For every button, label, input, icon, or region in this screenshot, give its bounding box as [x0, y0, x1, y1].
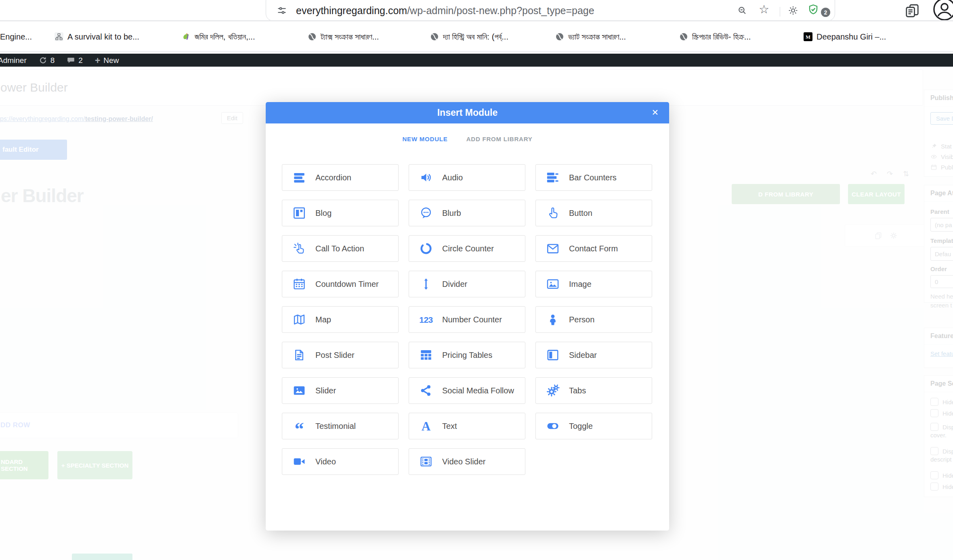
admin-bar-site[interactable]: Adminer	[0, 56, 27, 65]
bookmark-item[interactable]: দ্যা হিস্ট্রি অব মানি: (পর্ব্...	[430, 30, 508, 43]
medium-icon: M	[804, 32, 812, 41]
bookmark-item[interactable]: জমির দলিল, খতিয়ান,...	[182, 30, 255, 43]
module-label: Divider	[442, 280, 467, 289]
module-label: Accordion	[315, 173, 351, 182]
module-button-accordion[interactable]: Accordion	[282, 164, 399, 191]
button-icon	[546, 206, 560, 220]
module-button-toggle[interactable]: Toggle	[535, 413, 652, 439]
bookmark-label: Engine...	[0, 32, 32, 42]
screen: everythingregarding.com/wp-admin/post-ne…	[0, 0, 953, 560]
module-button-number-counter[interactable]: 123Number Counter	[409, 306, 525, 333]
module-label: Tabs	[569, 386, 586, 395]
module-button-image[interactable]: Image	[535, 271, 652, 297]
module-button-audio[interactable]: Audio	[409, 164, 525, 191]
module-label: Map	[315, 315, 331, 324]
module-grid: AccordionAudioBar CountersBlogBlurbButto…	[282, 164, 653, 475]
module-label: Bar Counters	[569, 173, 617, 182]
number-counter-icon: 123	[419, 313, 433, 326]
module-label: Person	[569, 315, 594, 324]
social-media-follow-icon	[419, 384, 433, 397]
blog-icon	[292, 206, 306, 220]
svg-text:M: M	[806, 34, 810, 40]
module-button-map[interactable]: Map	[282, 306, 399, 333]
wp-admin-bar: Adminer 8 2 + New	[0, 54, 953, 67]
modal-title: Insert Module	[437, 107, 498, 118]
module-button-social-media-follow[interactable]: Social Media Follow	[409, 377, 525, 404]
reading-list-icon[interactable]	[905, 3, 920, 19]
module-label: Countdown Timer	[315, 280, 379, 289]
bookmark-label: ট্যাক্স সংক্রান্ত সাধারণ...	[321, 32, 379, 42]
bookmark-item[interactable]: Engine...	[0, 30, 32, 43]
site-info-icon[interactable]	[277, 5, 287, 16]
admin-bar-comments[interactable]: 2	[67, 56, 83, 65]
module-button-post-slider[interactable]: Post Slider	[282, 342, 399, 368]
contact-form-icon	[546, 242, 560, 255]
bar-counters-icon	[546, 171, 560, 184]
module-button-tabs[interactable]: Tabs	[535, 377, 652, 404]
accordion-icon	[292, 171, 306, 184]
module-button-bar-counters[interactable]: Bar Counters	[535, 164, 652, 191]
address-bar[interactable]: everythingregarding.com/wp-admin/post-ne…	[266, 0, 835, 21]
module-button-divider[interactable]: Divider	[409, 271, 525, 297]
new-label: New	[103, 56, 119, 65]
urlbar-divider	[780, 7, 780, 17]
module-button-video[interactable]: Video	[282, 448, 399, 475]
bookmark-item[interactable]: ট্যাক্স সংক্রান্ত সাধারণ...	[308, 30, 379, 43]
module-button-contact-form[interactable]: Contact Form	[535, 235, 652, 262]
leaf-icon	[182, 32, 191, 41]
module-button-person[interactable]: Person	[535, 306, 652, 333]
bookmark-label: ভ্যাট সংক্রান্ত সাধারণ...	[568, 32, 626, 42]
module-button-text[interactable]: AText	[409, 413, 525, 439]
text-icon: A	[419, 419, 433, 433]
module-label: Toggle	[569, 422, 593, 431]
close-icon[interactable]: ✕	[651, 108, 659, 117]
module-label: Button	[569, 209, 592, 218]
post-slider-icon	[292, 348, 306, 362]
tab-new-module[interactable]: NEW MODULE	[402, 136, 447, 142]
bookmarks-bar: Engine...A survival kit to be...জমির দলি…	[0, 21, 953, 52]
module-button-blurb[interactable]: Blurb	[409, 200, 525, 226]
module-label: Pricing Tables	[442, 351, 492, 360]
module-button-testimonial[interactable]: “Testimonial	[282, 413, 399, 439]
bookmark-item[interactable]: MDeepanshu Giri –...	[804, 30, 886, 43]
countdown-timer-icon	[292, 277, 306, 291]
module-label: Call To Action	[315, 244, 364, 253]
module-button-countdown-timer[interactable]: Countdown Timer	[282, 271, 399, 297]
bookmark-item[interactable]: A survival kit to be...	[55, 30, 139, 43]
module-button-slider[interactable]: Slider	[282, 377, 399, 404]
brightness-icon[interactable]	[788, 5, 798, 16]
module-label: Contact Form	[569, 244, 618, 253]
video-slider-icon	[419, 455, 433, 468]
bookmark-item[interactable]: ভ্যাট সংক্রান্ত সাধারণ...	[555, 30, 626, 43]
zoom-out-icon[interactable]	[737, 5, 747, 16]
module-button-blog[interactable]: Blog	[282, 200, 399, 226]
module-label: Blog	[315, 209, 332, 218]
shield-check-icon[interactable]	[807, 4, 819, 16]
url-text[interactable]: everythingregarding.com/wp-admin/post-ne…	[296, 5, 594, 17]
update-icon	[39, 56, 47, 65]
url-path: /wp-admin/post-new.php?post_type=page	[407, 5, 594, 16]
modal-header: Insert Module ✕	[266, 102, 669, 123]
blurb-icon	[419, 206, 433, 220]
module-button-call-to-action[interactable]: Call To Action	[282, 235, 399, 262]
admin-bar-new[interactable]: + New	[95, 56, 119, 65]
module-label: Sidebar	[569, 351, 597, 360]
module-button-pricing-tables[interactable]: Pricing Tables	[409, 342, 525, 368]
module-button-button[interactable]: Button	[535, 200, 652, 226]
module-button-video-slider[interactable]: Video Slider	[409, 448, 525, 475]
globe-icon	[679, 32, 688, 41]
module-label: Image	[569, 280, 592, 289]
sidebar-module-icon	[546, 348, 560, 362]
globe-icon	[308, 32, 317, 41]
module-label: Social Media Follow	[442, 386, 514, 395]
module-button-circle-counter[interactable]: Circle Counter	[409, 235, 525, 262]
tab-add-from-library[interactable]: ADD FROM LIBRARY	[466, 136, 533, 142]
bookmark-star-icon[interactable]: ☆	[759, 4, 769, 15]
admin-bar-updates[interactable]: 8	[39, 56, 55, 65]
map-icon	[292, 313, 306, 326]
module-button-sidebar[interactable]: Sidebar	[535, 342, 652, 368]
profile-avatar[interactable]	[933, 0, 953, 21]
bookmark-item[interactable]: স্ক্রিপচার রিভিউ- হিক্র...	[679, 30, 751, 43]
toggle-icon	[546, 419, 560, 433]
module-label: Video Slider	[442, 457, 485, 466]
